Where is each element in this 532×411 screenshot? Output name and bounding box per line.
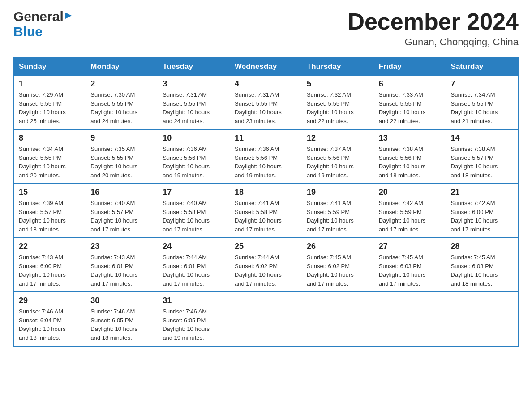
day-number: 27 [379, 242, 442, 251]
day-info: Sunrise: 7:42 AMSunset: 6:00 PMDaylight:… [451, 199, 513, 234]
day-info: Sunrise: 7:37 AMSunset: 5:56 PMDaylight:… [307, 145, 369, 180]
day-info: Sunrise: 7:31 AMSunset: 5:55 PMDaylight:… [163, 90, 225, 125]
day-info: Sunrise: 7:36 AMSunset: 5:56 PMDaylight:… [235, 145, 297, 180]
col-header-thursday: Thursday [302, 57, 374, 76]
calendar-cell: 26Sunrise: 7:45 AMSunset: 6:02 PMDayligh… [302, 238, 374, 292]
calendar-cell: 29Sunrise: 7:46 AMSunset: 6:04 PMDayligh… [14, 292, 86, 346]
day-number: 6 [379, 79, 442, 89]
calendar-table: SundayMondayTuesdayWednesdayThursdayFrid… [13, 57, 519, 347]
calendar-cell: 4Sunrise: 7:31 AMSunset: 5:55 PMDaylight… [230, 76, 302, 129]
day-number: 23 [90, 242, 153, 251]
day-number: 18 [235, 188, 297, 197]
col-header-friday: Friday [374, 57, 446, 76]
day-number: 19 [307, 188, 369, 197]
day-info: Sunrise: 7:44 AMSunset: 6:02 PMDaylight:… [235, 253, 297, 288]
day-info: Sunrise: 7:40 AMSunset: 5:58 PMDaylight:… [163, 199, 225, 234]
calendar-cell: 22Sunrise: 7:43 AMSunset: 6:00 PMDayligh… [14, 238, 86, 292]
month-title: December 2024 [348, 9, 519, 34]
day-info: Sunrise: 7:41 AMSunset: 5:59 PMDaylight:… [307, 199, 369, 234]
calendar-cell: 14Sunrise: 7:38 AMSunset: 5:57 PMDayligh… [446, 129, 518, 184]
day-number: 12 [307, 133, 369, 143]
title-area: December 2024 Gunan, Chongqing, China [348, 9, 519, 48]
day-number: 11 [235, 133, 297, 143]
col-header-saturday: Saturday [446, 57, 518, 76]
location: Gunan, Chongqing, China [348, 36, 519, 48]
calendar-cell: 6Sunrise: 7:33 AMSunset: 5:55 PMDaylight… [374, 76, 446, 129]
day-info: Sunrise: 7:42 AMSunset: 5:59 PMDaylight:… [379, 199, 442, 234]
day-info: Sunrise: 7:38 AMSunset: 5:56 PMDaylight:… [379, 145, 442, 180]
day-info: Sunrise: 7:45 AMSunset: 6:03 PMDaylight:… [379, 253, 442, 288]
day-number: 1 [19, 79, 81, 89]
svg-marker-0 [65, 13, 72, 19]
day-info: Sunrise: 7:45 AMSunset: 6:02 PMDaylight:… [307, 253, 369, 288]
col-header-monday: Monday [86, 57, 158, 76]
logo-triangle-icon [64, 12, 73, 21]
calendar-cell: 12Sunrise: 7:37 AMSunset: 5:56 PMDayligh… [302, 129, 374, 184]
calendar-cell [302, 292, 374, 346]
day-number: 4 [235, 79, 297, 89]
calendar-cell: 2Sunrise: 7:30 AMSunset: 5:55 PMDaylight… [86, 76, 158, 129]
calendar-cell: 7Sunrise: 7:34 AMSunset: 5:55 PMDaylight… [446, 76, 518, 129]
day-info: Sunrise: 7:36 AMSunset: 5:56 PMDaylight:… [163, 145, 225, 180]
day-number: 15 [19, 188, 81, 197]
calendar-cell: 13Sunrise: 7:38 AMSunset: 5:56 PMDayligh… [374, 129, 446, 184]
day-info: Sunrise: 7:41 AMSunset: 5:58 PMDaylight:… [235, 199, 297, 234]
day-info: Sunrise: 7:46 AMSunset: 6:04 PMDaylight:… [19, 307, 81, 342]
day-info: Sunrise: 7:34 AMSunset: 5:55 PMDaylight:… [451, 90, 513, 125]
day-info: Sunrise: 7:39 AMSunset: 5:57 PMDaylight:… [19, 199, 81, 234]
calendar-week-row: 29Sunrise: 7:46 AMSunset: 6:04 PMDayligh… [14, 292, 518, 346]
calendar-cell: 30Sunrise: 7:46 AMSunset: 6:05 PMDayligh… [86, 292, 158, 346]
day-info: Sunrise: 7:43 AMSunset: 6:00 PMDaylight:… [19, 253, 81, 288]
calendar-cell: 10Sunrise: 7:36 AMSunset: 5:56 PMDayligh… [158, 129, 230, 184]
day-info: Sunrise: 7:38 AMSunset: 5:57 PMDaylight:… [451, 145, 513, 180]
day-info: Sunrise: 7:29 AMSunset: 5:55 PMDaylight:… [19, 90, 81, 125]
day-number: 7 [451, 79, 513, 89]
day-info: Sunrise: 7:32 AMSunset: 5:55 PMDaylight:… [307, 90, 369, 125]
calendar-cell: 27Sunrise: 7:45 AMSunset: 6:03 PMDayligh… [374, 238, 446, 292]
day-number: 9 [90, 133, 153, 143]
day-number: 30 [90, 296, 153, 305]
day-info: Sunrise: 7:40 AMSunset: 5:57 PMDaylight:… [90, 199, 153, 234]
day-number: 21 [451, 188, 513, 197]
day-info: Sunrise: 7:30 AMSunset: 5:55 PMDaylight:… [90, 90, 153, 125]
calendar-cell: 9Sunrise: 7:35 AMSunset: 5:55 PMDaylight… [86, 129, 158, 184]
calendar-cell [446, 292, 518, 346]
logo: General Blue [13, 9, 73, 39]
calendar-cell: 31Sunrise: 7:46 AMSunset: 6:05 PMDayligh… [158, 292, 230, 346]
calendar-cell: 24Sunrise: 7:44 AMSunset: 6:01 PMDayligh… [158, 238, 230, 292]
day-number: 31 [163, 296, 225, 305]
calendar-cell: 8Sunrise: 7:34 AMSunset: 5:55 PMDaylight… [14, 129, 86, 184]
day-info: Sunrise: 7:46 AMSunset: 6:05 PMDaylight:… [90, 307, 153, 342]
day-number: 28 [451, 242, 513, 251]
calendar-week-row: 1Sunrise: 7:29 AMSunset: 5:55 PMDaylight… [14, 76, 518, 129]
calendar-cell: 3Sunrise: 7:31 AMSunset: 5:55 PMDaylight… [158, 76, 230, 129]
calendar-header-row: SundayMondayTuesdayWednesdayThursdayFrid… [14, 57, 518, 76]
col-header-sunday: Sunday [14, 57, 86, 76]
calendar-cell: 20Sunrise: 7:42 AMSunset: 5:59 PMDayligh… [374, 184, 446, 238]
day-number: 14 [451, 133, 513, 143]
day-info: Sunrise: 7:43 AMSunset: 6:01 PMDaylight:… [90, 253, 153, 288]
day-number: 17 [163, 188, 225, 197]
day-number: 20 [379, 188, 442, 197]
col-header-wednesday: Wednesday [230, 57, 302, 76]
day-info: Sunrise: 7:44 AMSunset: 6:01 PMDaylight:… [163, 253, 225, 288]
calendar-cell: 5Sunrise: 7:32 AMSunset: 5:55 PMDaylight… [302, 76, 374, 129]
day-info: Sunrise: 7:45 AMSunset: 6:03 PMDaylight:… [451, 253, 513, 288]
day-number: 2 [90, 79, 153, 89]
calendar-cell: 15Sunrise: 7:39 AMSunset: 5:57 PMDayligh… [14, 184, 86, 238]
day-number: 5 [307, 79, 369, 89]
day-number: 26 [307, 242, 369, 251]
header: General Blue December 2024 Gunan, Chongq… [13, 9, 519, 48]
day-info: Sunrise: 7:35 AMSunset: 5:55 PMDaylight:… [90, 145, 153, 180]
day-info: Sunrise: 7:31 AMSunset: 5:55 PMDaylight:… [235, 90, 297, 125]
day-info: Sunrise: 7:33 AMSunset: 5:55 PMDaylight:… [379, 90, 442, 125]
day-number: 10 [163, 133, 225, 143]
calendar-cell: 16Sunrise: 7:40 AMSunset: 5:57 PMDayligh… [86, 184, 158, 238]
logo-general: General [13, 9, 64, 24]
logo-blue: Blue [13, 24, 43, 39]
calendar-week-row: 8Sunrise: 7:34 AMSunset: 5:55 PMDaylight… [14, 129, 518, 184]
day-number: 16 [90, 188, 153, 197]
day-number: 3 [163, 79, 225, 89]
col-header-tuesday: Tuesday [158, 57, 230, 76]
calendar-cell: 21Sunrise: 7:42 AMSunset: 6:00 PMDayligh… [446, 184, 518, 238]
